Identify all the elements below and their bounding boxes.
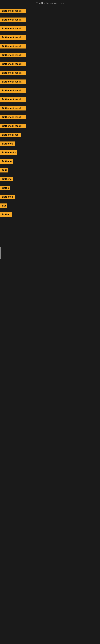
chart-area: Bottleneck resultBottleneck resultBottle… bbox=[0, 6, 100, 219]
bottleneck-bar[interactable]: Bottle bbox=[0, 186, 10, 190]
bottleneck-bar[interactable]: Bott bbox=[0, 168, 8, 172]
bottleneck-bar[interactable]: Bottleneck result bbox=[0, 88, 26, 93]
bar-row: Bottleneck result bbox=[0, 77, 100, 86]
bar-row: Bottlen bbox=[0, 210, 100, 219]
bottleneck-bar[interactable]: Bottlenec bbox=[0, 142, 15, 146]
bottleneck-bar[interactable]: Bottleneck result bbox=[0, 35, 26, 40]
bottleneck-bar[interactable]: Bottleneck res bbox=[0, 132, 21, 137]
bar-row: Bottleneck result bbox=[0, 86, 100, 95]
site-title: TheBottlenecker.com bbox=[0, 0, 100, 6]
bottleneck-bar[interactable]: Bottleneck result bbox=[0, 124, 26, 128]
bottleneck-bar[interactable]: Bottleneck result bbox=[0, 26, 26, 31]
bar-row: Bottlene bbox=[0, 157, 100, 166]
bar-row: Bottleneck result bbox=[0, 60, 100, 68]
bottleneck-bar[interactable]: Bottleneck result bbox=[0, 9, 26, 13]
bar-row: Bottleneck result bbox=[0, 15, 100, 24]
bar-row: Bottlenec bbox=[0, 192, 100, 201]
bottleneck-bar[interactable]: Bottleneck result bbox=[0, 53, 26, 57]
bar-row: Bot bbox=[0, 201, 100, 210]
bar-row: Bottle bbox=[0, 184, 100, 192]
bottleneck-bar[interactable]: Bottleneck result bbox=[0, 44, 26, 48]
bar-row: Bottleneck r bbox=[0, 148, 100, 157]
bottleneck-bar[interactable]: Bottlen bbox=[0, 212, 12, 217]
bottom-section bbox=[0, 219, 100, 380]
bar-row: Bottleneck result bbox=[0, 113, 100, 122]
bottleneck-bar[interactable]: Bottlene bbox=[0, 177, 13, 181]
bar-row: Bottleneck result bbox=[0, 42, 100, 51]
bottleneck-bar[interactable]: Bot bbox=[0, 204, 7, 208]
bottleneck-bar[interactable]: Bottleneck result bbox=[0, 62, 26, 66]
bottleneck-bar[interactable]: Bottleneck result bbox=[0, 97, 26, 102]
bar-row: Bottleneck result bbox=[0, 68, 100, 77]
bottleneck-bar[interactable]: Bottleneck r bbox=[0, 150, 17, 155]
bottleneck-bar[interactable]: Bottlenec bbox=[0, 194, 15, 199]
bar-row: Bottleneck result bbox=[0, 95, 100, 104]
bar-row: Bottlene bbox=[0, 175, 100, 184]
bar-row: Bottleneck res bbox=[0, 130, 100, 139]
bar-row: Bott bbox=[0, 166, 100, 175]
bottleneck-bar[interactable]: Bottleneck result bbox=[0, 115, 26, 119]
bar-row: Bottleneck result bbox=[0, 6, 100, 15]
bar-row: Bottleneck result bbox=[0, 24, 100, 33]
bottleneck-bar[interactable]: Bottleneck result bbox=[0, 71, 26, 75]
bar-row: Bottleneck result bbox=[0, 122, 100, 130]
bar-row: Bottleneck result bbox=[0, 33, 100, 42]
bar-row: Bottleneck result bbox=[0, 104, 100, 113]
bar-row: Bottlenec bbox=[0, 139, 100, 148]
bottleneck-bar[interactable]: Bottleneck result bbox=[0, 80, 26, 84]
bottleneck-bar[interactable]: Bottleneck result bbox=[0, 18, 26, 22]
bar-row: Bottleneck result bbox=[0, 51, 100, 60]
bottleneck-bar[interactable]: Bottlene bbox=[0, 159, 13, 164]
bottleneck-bar[interactable]: Bottleneck result bbox=[0, 106, 26, 110]
